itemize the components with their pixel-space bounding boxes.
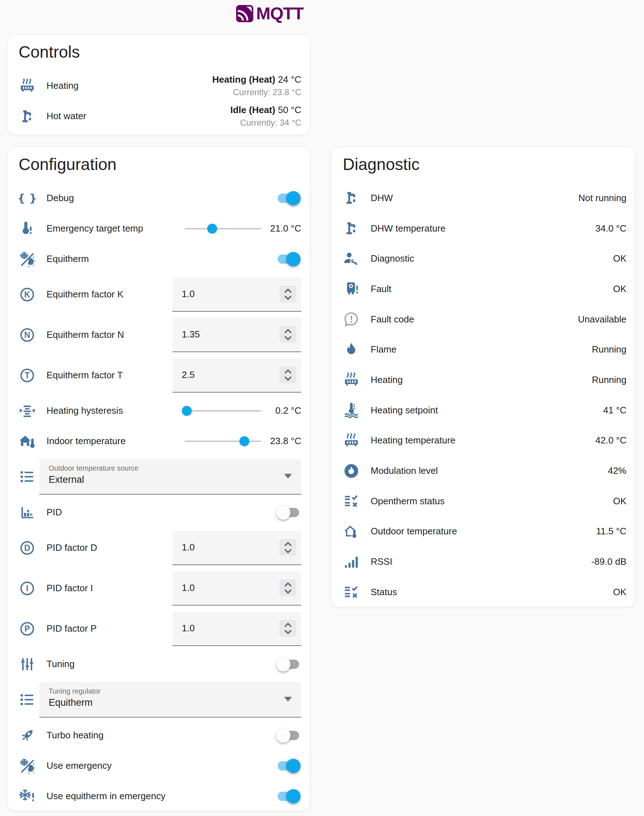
svg-text:D: D [25, 543, 31, 552]
config-label: Tuning [46, 658, 75, 670]
config-row-equitherm-factor-n: N Equitherm factor N 1.35 [18, 314, 301, 355]
number-value: 1.0 [182, 288, 195, 299]
select-value: External [49, 474, 84, 485]
slider-knob[interactable] [182, 406, 192, 416]
diagnostic-row-dhw[interactable]: DHW Not running [343, 183, 627, 213]
faucet-icon [343, 220, 360, 237]
pid-factor-i-number-input[interactable]: 1.0 [172, 571, 301, 606]
slider-knob[interactable] [239, 436, 249, 446]
control-state-target: 24 °C [278, 74, 301, 85]
number-value: 1.0 [182, 582, 195, 594]
diagnostic-row-opentherm-status[interactable]: Opentherm status OK [343, 486, 627, 517]
use-emergency-toggle[interactable] [278, 761, 299, 770]
diagnostic-row-diagnostic[interactable]: Diagnostic OK [343, 243, 627, 274]
signal-icon [343, 553, 360, 571]
slider-value: 23.8 °C [267, 435, 301, 447]
diagnostic-row-dhw-temperature[interactable]: DHW temperature 34.0 °C [343, 213, 627, 244]
bool-list-icon [343, 583, 360, 601]
diagnostic-row-heating-setpoint[interactable]: Heating setpoint 41 °C [343, 395, 627, 426]
control-state[interactable]: Idle (Heat) 50 °C Currently: 34 °C [230, 104, 301, 128]
diagnostic-row-fault[interactable]: Fault OK [343, 274, 627, 304]
radiator-icon [343, 432, 360, 449]
diagnostic-value: Running [592, 374, 627, 385]
diagnostic-label: Heating temperature [371, 435, 455, 446]
diagnostic-label: Opentherm status [371, 496, 445, 507]
controls-card: Controls Heating Heating (Heat) 24 °C Cu… [7, 34, 310, 135]
config-label: Equitherm factor T [46, 370, 123, 381]
number-stepper[interactable] [279, 539, 296, 556]
svg-text:{ }: { } [18, 191, 36, 204]
diagnostic-row-fault-code[interactable]: Fault code Unavailable [343, 304, 627, 334]
alpha-i-circle-icon: I [18, 580, 36, 597]
config-row-pid-factor-p: P PID factor P 1.0 [18, 609, 301, 649]
number-stepper[interactable] [279, 367, 296, 383]
diagnostic-label: DHW [371, 193, 393, 204]
svg-text:N: N [25, 330, 31, 340]
select-label: Outdoor temperature source [49, 464, 138, 472]
control-row-hot-water[interactable]: Hot water Idle (Heat) 50 °C Currently: 3… [18, 101, 301, 131]
debug-toggle[interactable] [278, 193, 299, 203]
tuning-regulator-select[interactable]: Tuning regulator Equitherm [39, 682, 301, 718]
config-row-indoor-temperature: Indoor temperature 23.8 °C [18, 426, 301, 456]
diagnostic-row-heating[interactable]: Heating Running [343, 365, 627, 395]
alpha-k-circle-icon: K [18, 286, 36, 303]
number-stepper[interactable] [279, 326, 296, 343]
control-state[interactable]: Heating (Heat) 24 °C Currently: 23.8 °C [212, 74, 301, 97]
use-equitherm-in-emergency-toggle[interactable] [278, 791, 299, 801]
config-row-tuning-regulator: Tuning regulator Equitherm [18, 679, 301, 720]
diagnostic-row-heating-temperature[interactable]: Heating temperature 42.0 °C [343, 426, 627, 456]
pid-factor-p-number-input[interactable]: 1.0 [172, 612, 301, 646]
configuration-rows: { } Debug Emergency target temp 21.0 °C … [18, 183, 301, 811]
bool-list-icon [343, 492, 360, 510]
diagnostic-label: RSSI [371, 556, 393, 567]
slider-knob[interactable] [207, 224, 217, 234]
heating-hysteresis-slider[interactable] [185, 406, 261, 416]
configuration-title: Configuration [18, 155, 301, 173]
dropdown-arrow-icon [284, 474, 292, 479]
config-row-debug: { } Debug [18, 183, 301, 213]
home-thermometer-icon [18, 433, 36, 450]
diagnostic-label: Status [371, 587, 397, 598]
faucet-icon [18, 108, 36, 125]
emergency-target-temp-slider[interactable] [185, 224, 261, 234]
control-label: Hot water [46, 110, 86, 122]
equitherm-factor-k-number-input[interactable]: 1.0 [172, 278, 301, 312]
diagnostic-row-flame[interactable]: Flame Running [343, 334, 627, 365]
turbo-heating-toggle[interactable] [278, 731, 299, 740]
diagnostic-value: OK [613, 253, 627, 264]
mqtt-logo: MQTT [236, 3, 304, 23]
control-row-heating[interactable]: Heating Heating (Heat) 24 °C Currently: … [18, 71, 301, 101]
control-state-current: Currently: 23.8 °C [212, 87, 301, 97]
config-row-heating-hysteresis: Heating hysteresis 0.2 °C [18, 396, 301, 426]
diagnostic-row-modulation-level[interactable]: Modulation level 42% [343, 456, 627, 486]
number-stepper[interactable] [279, 580, 296, 596]
chart-bar-icon [18, 504, 36, 521]
diagnostic-row-rssi[interactable]: RSSI -89.0 dB [343, 546, 627, 577]
tuning-toggle[interactable] [278, 660, 299, 669]
indoor-temperature-slider[interactable] [185, 436, 261, 446]
control-state-target: 50 °C [278, 104, 301, 115]
pid-toggle[interactable] [278, 508, 299, 517]
diagnostic-row-status[interactable]: Status OK [343, 577, 627, 607]
config-label: Debug [46, 193, 74, 204]
equitherm-toggle[interactable] [278, 255, 299, 264]
number-value: 1.0 [182, 542, 195, 553]
diagnostic-row-outdoor-temperature[interactable]: Outdoor temperature 11.5 °C [343, 517, 627, 547]
config-label: Emergency target temp [46, 223, 178, 234]
number-stepper[interactable] [279, 285, 296, 302]
diagnostic-value: 42% [608, 465, 627, 476]
rocket-icon [18, 727, 36, 744]
pid-factor-d-number-input[interactable]: 1.0 [172, 531, 301, 565]
svg-text:T: T [25, 371, 30, 380]
equitherm-factor-t-number-input[interactable]: 2.5 [172, 358, 301, 393]
equitherm-factor-n-number-input[interactable]: 1.35 [172, 318, 301, 352]
outdoor-temperature-source-select[interactable]: Outdoor temperature source External [39, 459, 301, 495]
number-stepper[interactable] [279, 620, 296, 637]
radiator-icon [343, 371, 360, 388]
account-wrench-icon [343, 250, 360, 267]
control-label: Heating [46, 80, 79, 91]
alpha-d-circle-icon: D [18, 539, 36, 557]
config-label: PID factor I [46, 583, 93, 594]
diagnostic-label: Diagnostic [371, 253, 414, 264]
diagnostic-value: 11.5 °C [596, 526, 627, 537]
